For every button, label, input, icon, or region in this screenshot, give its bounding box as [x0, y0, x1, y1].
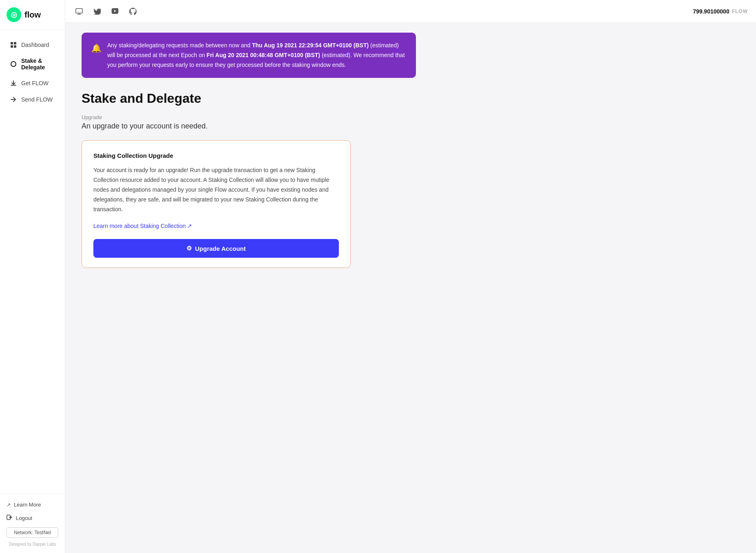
svg-rect-6 — [76, 9, 82, 13]
social-icons — [73, 6, 139, 17]
balance-currency: FLOW — [732, 9, 748, 14]
logout-button[interactable]: Logout — [3, 511, 62, 525]
sidebar-item-stake-delegate[interactable]: Stake & Delegate — [3, 53, 62, 75]
svg-rect-1 — [14, 42, 16, 44]
arrow-icon — [10, 96, 17, 103]
notification-banner: 🔔 Any staking/delegating requests made b… — [82, 33, 416, 78]
svg-rect-3 — [14, 45, 16, 48]
twitter-icon[interactable] — [91, 6, 103, 17]
sidebar-item-stake-label: Stake & Delegate — [21, 58, 55, 71]
youtube-icon[interactable] — [109, 6, 121, 17]
sidebar-item-send-flow[interactable]: Send FLOW — [3, 92, 62, 107]
sidebar-item-dashboard[interactable]: Dashboard — [3, 37, 62, 53]
balance-amount: 799.90100000 — [693, 8, 729, 15]
svg-point-4 — [11, 62, 16, 66]
logout-icon — [7, 514, 13, 522]
learn-more-label: Learn More — [14, 502, 41, 508]
sidebar: ◎ flow Dashboard Stake & Delegate — [0, 0, 65, 553]
upgrade-button-icon: ⚙ — [186, 245, 192, 252]
sidebar-item-send-flow-label: Send FLOW — [21, 96, 53, 103]
logout-label: Logout — [16, 515, 32, 521]
designed-by: Designed by Dapper Labs — [3, 540, 62, 548]
upgrade-subtitle: An upgrade to your account is needed. — [82, 122, 416, 131]
upgrade-label: Upgrade — [82, 114, 416, 120]
logo-text: flow — [24, 10, 41, 20]
svg-rect-2 — [11, 45, 13, 48]
balance-display: 799.90100000 FLOW — [693, 8, 748, 15]
sidebar-footer: ↗ Learn More Logout Network: TestNet Des… — [0, 493, 65, 553]
upgrade-account-button[interactable]: ⚙ Upgrade Account — [93, 239, 339, 258]
monitor-icon[interactable] — [73, 6, 85, 17]
logo-area: ◎ flow — [0, 0, 65, 30]
card-body: Your account is ready for an upgrade! Ru… — [93, 166, 339, 214]
learn-more-link[interactable]: ↗ Learn More — [3, 498, 62, 511]
circle-icon — [10, 60, 17, 68]
svg-rect-0 — [11, 42, 13, 44]
topbar: 799.90100000 FLOW — [65, 0, 756, 23]
staking-collection-link[interactable]: Learn more about Staking Collection ↗ — [93, 223, 192, 229]
grid-icon — [10, 41, 17, 49]
sidebar-item-get-flow-label: Get FLOW — [21, 80, 49, 86]
network-badge: Network: TestNet — [7, 527, 58, 538]
sidebar-item-get-flow[interactable]: Get FLOW — [3, 75, 62, 91]
download-icon — [10, 80, 17, 87]
card-title: Staking Collection Upgrade — [93, 152, 339, 159]
sidebar-item-dashboard-label: Dashboard — [21, 42, 49, 48]
banner-text: Any staking/delegating requests made bet… — [107, 41, 406, 70]
page-content: 🔔 Any staking/delegating requests made b… — [65, 23, 432, 278]
logo-icon: ◎ — [7, 7, 21, 22]
main-content: 799.90100000 FLOW 🔔 Any staking/delegati… — [65, 0, 756, 553]
page-title: Stake and Delegate — [82, 91, 416, 106]
upgrade-card: Staking Collection Upgrade Your account … — [82, 140, 351, 268]
github-icon[interactable] — [127, 6, 139, 17]
bell-icon: 🔔 — [91, 42, 102, 55]
sidebar-nav: Dashboard Stake & Delegate Get FLOW — [0, 30, 65, 493]
staking-collection-link-text: Learn more about Staking Collection ↗ — [93, 223, 192, 229]
external-link-icon: ↗ — [7, 502, 11, 508]
upgrade-button-label: Upgrade Account — [195, 245, 245, 252]
